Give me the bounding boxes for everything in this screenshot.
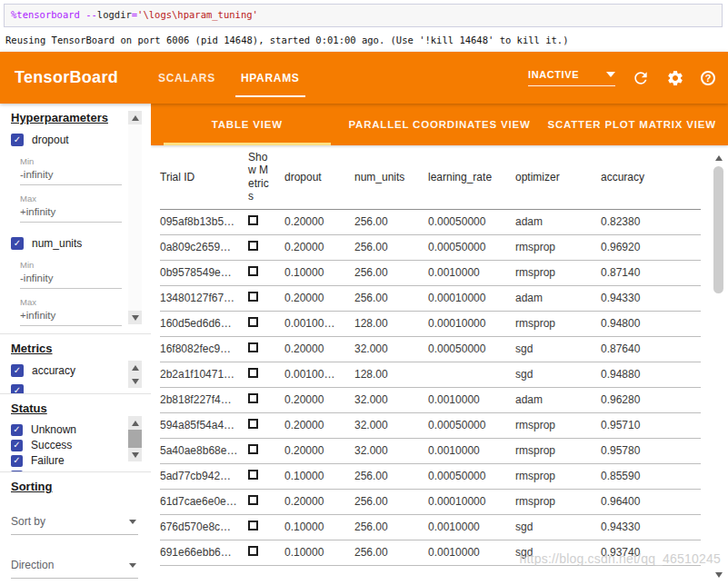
- scroll-up-icon[interactable]: [128, 361, 142, 374]
- num-units-min-field[interactable]: Min-infinity: [20, 260, 122, 289]
- scroll-up-icon[interactable]: [128, 416, 142, 430]
- show-metrics-checkbox[interactable]: [248, 546, 258, 556]
- show-metrics-checkbox[interactable]: [248, 419, 258, 429]
- hyperparameter-item-num-units: num_unitsMin-infinityMax+infinity: [11, 235, 140, 326]
- status-scrollbar[interactable]: [128, 416, 142, 461]
- show-metrics-checkbox[interactable]: [248, 342, 258, 352]
- checkbox-row-success[interactable]: Success: [11, 438, 140, 452]
- field-value: +infinity: [20, 310, 122, 321]
- table-row: 0b9578549e…0.10000256.000.0010000rmsprop…: [160, 260, 701, 285]
- show-metrics-checkbox[interactable]: [248, 317, 258, 327]
- checkbox-row-accuracy[interactable]: accuracy: [11, 362, 140, 379]
- trial-id-cell: 594a85f54a4…: [160, 412, 248, 438]
- view-tab-scatter-plot-matrix-view[interactable]: SCATTER PLOT MATRIX VIEW: [535, 104, 728, 145]
- dropout-min-field[interactable]: Min-infinity: [20, 156, 122, 185]
- show-metrics-checkbox[interactable]: [248, 292, 258, 302]
- reload-status-label: INACTIVE: [528, 69, 579, 80]
- table-row: 61d7cae6e0e…0.20000256.000.00010000rmspr…: [160, 489, 701, 514]
- scrollbar-thumb[interactable]: [128, 430, 142, 448]
- accuracy-cell: 0.94330: [601, 514, 701, 540]
- show-metrics-checkbox[interactable]: [248, 393, 258, 403]
- num-units-checkbox[interactable]: [11, 237, 24, 250]
- num-units-cell: 256.00: [354, 234, 428, 260]
- show-metrics-checkbox[interactable]: [248, 470, 258, 480]
- learning-rate-cell: 0.00010000: [428, 489, 515, 514]
- view-tab-table-view[interactable]: TABLE VIEW: [151, 104, 344, 145]
- scrollbar-thumb[interactable]: [713, 166, 723, 293]
- settings-gear-icon[interactable]: [666, 69, 684, 87]
- column-header-accuracy: accuracy: [601, 145, 701, 209]
- trial-id-cell: 0b9578549e…: [160, 260, 248, 285]
- scroll-up-icon[interactable]: [712, 151, 725, 164]
- checkbox-row-unknown[interactable]: Unknown: [11, 422, 140, 437]
- accuracy-checkbox[interactable]: [11, 364, 24, 377]
- learning-rate-cell: 0.00050000: [428, 336, 515, 362]
- hyperparameters-scrollbar[interactable]: [128, 111, 142, 324]
- checkbox-row-num-units[interactable]: num_units: [11, 235, 140, 252]
- column-header-dropout: dropout: [284, 145, 354, 209]
- optimizer-cell: rmsprop: [515, 260, 601, 285]
- metrics-section: Metrics accuracy: [0, 334, 151, 394]
- show-metrics-checkbox[interactable]: [248, 241, 258, 251]
- metrics-scrollbar[interactable]: [128, 361, 142, 388]
- unknown-checkbox[interactable]: [11, 424, 23, 436]
- table-scrollbar[interactable]: [711, 151, 726, 581]
- dropout-cell: 0.10000: [284, 463, 354, 489]
- dropout-cell: 0.00100…: [284, 311, 354, 336]
- view-tab-parallel-coordinates-view[interactable]: PARALLEL COORDINATES VIEW: [344, 104, 536, 145]
- header-tabs: SCALARSHPARAMS: [145, 52, 313, 104]
- tensorboard-header: TensorBoard SCALARSHPARAMS INACTIVE ?: [0, 52, 728, 104]
- tab-scalars[interactable]: SCALARS: [145, 52, 228, 104]
- table-body: 095af8b13b5…0.20000256.000.00050000adam0…: [160, 209, 701, 565]
- dropout-max-field[interactable]: Max+infinity: [20, 193, 122, 223]
- accuracy-cell: 0.94800: [601, 311, 701, 336]
- table-row: 676d570e8c…0.10000256.000.0010000sgd0.94…: [160, 514, 701, 540]
- hyperparameter-list: dropoutMin-infinityMax+infinitynum_units…: [11, 132, 140, 326]
- trial-id-cell: 5ad77cb942…: [160, 463, 248, 489]
- notebook-code-cell[interactable]: %tensorboard --logdir='\logs\hparam_tuni…: [4, 4, 723, 27]
- sort-by-label: Sort by: [11, 515, 45, 528]
- num-units-cell: 256.00: [354, 463, 428, 489]
- scroll-down-icon[interactable]: [128, 311, 142, 324]
- dropout-cell: 0.20000: [284, 336, 354, 362]
- learning-rate-cell: 0.0010000: [428, 438, 515, 463]
- column-header-num-units: num_units: [354, 145, 428, 209]
- table-row: 16f8082fec9…0.2000032.0000.00050000sgd0.…: [160, 336, 701, 362]
- num-units-max-field[interactable]: Max+infinity: [20, 297, 122, 326]
- scroll-down-icon[interactable]: [128, 448, 142, 461]
- sort-by-select[interactable]: Sort by: [11, 513, 138, 535]
- scrollbar-track[interactable]: [128, 124, 142, 311]
- help-icon[interactable]: ?: [701, 71, 715, 85]
- chevron-down-icon: [606, 72, 615, 77]
- direction-label: Direction: [11, 559, 54, 571]
- refresh-icon[interactable]: [632, 69, 650, 87]
- checkbox-label: Success: [31, 439, 72, 451]
- clipped-checkbox[interactable]: [11, 384, 24, 394]
- failure-checkbox[interactable]: [11, 455, 23, 467]
- checkbox-row-dropout[interactable]: dropout: [11, 132, 140, 148]
- show-metrics-checkbox[interactable]: [248, 495, 258, 505]
- dropout-checkbox[interactable]: [11, 134, 24, 146]
- scroll-up-icon[interactable]: [128, 111, 142, 124]
- show-metrics-checkbox[interactable]: [248, 215, 258, 225]
- tab-hparams[interactable]: HPARAMS: [228, 52, 313, 104]
- num-units-cell: 256.00: [354, 489, 428, 514]
- column-header-trial-id: Trial ID: [160, 145, 248, 209]
- show-metrics-checkbox[interactable]: [248, 266, 258, 276]
- scroll-down-icon[interactable]: [128, 374, 142, 388]
- app-title: TensorBoard: [15, 68, 118, 87]
- main-content: TABLE VIEWPARALLEL COORDINATES VIEWSCATT…: [151, 104, 728, 585]
- success-checkbox[interactable]: [11, 440, 23, 451]
- optimizer-cell: rmsprop: [515, 412, 601, 438]
- num-units-cell: 256.00: [354, 514, 428, 540]
- show-metrics-checkbox[interactable]: [248, 444, 258, 454]
- accuracy-cell: 0.94880: [601, 362, 701, 387]
- table-row: 5ad77cb942…0.10000256.000.00050000rmspro…: [160, 463, 701, 489]
- reload-status-dropdown[interactable]: INACTIVE: [528, 69, 615, 86]
- scroll-down-icon[interactable]: [712, 568, 725, 581]
- trial-id-cell: 13480127f67…: [160, 285, 248, 311]
- show-metrics-checkbox[interactable]: [248, 368, 258, 378]
- checkbox-row-failure[interactable]: Failure: [11, 453, 140, 468]
- show-metrics-checkbox[interactable]: [248, 521, 258, 530]
- direction-select[interactable]: Direction: [11, 557, 138, 579]
